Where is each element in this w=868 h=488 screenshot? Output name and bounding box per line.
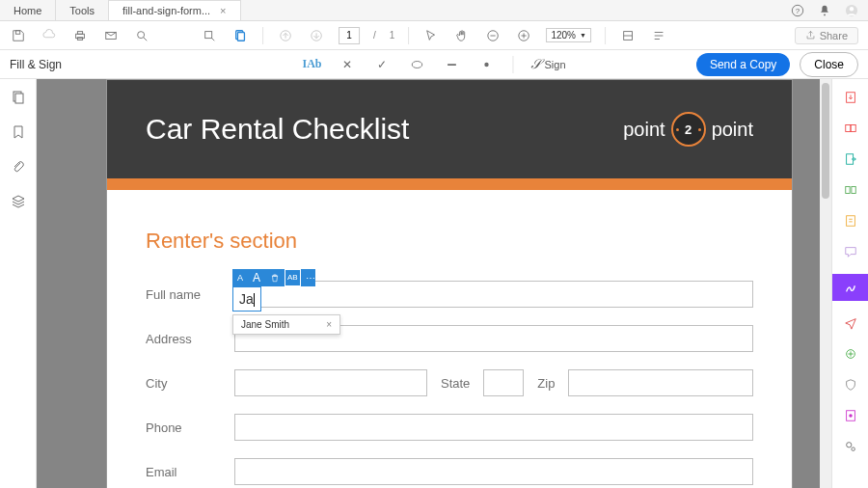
close-tab-icon[interactable]: × [220,5,226,16]
cloud-upload-icon[interactable] [41,27,58,44]
svg-rect-27 [845,187,849,194]
close-button[interactable]: Close [800,52,858,77]
print-icon[interactable] [71,27,89,44]
svg-rect-5 [15,30,19,34]
svg-rect-29 [846,216,854,227]
tab-home[interactable]: Home [0,0,56,20]
document-title: Car Rental Checklist [146,113,409,146]
reflow-icon[interactable] [650,27,667,44]
scrollbar-thumb[interactable] [822,83,829,199]
autocomplete-suggestion[interactable]: Jane Smith × [232,314,340,335]
edit-pdf-icon[interactable] [842,181,859,199]
field-city[interactable] [234,369,427,396]
zoom-in-icon[interactable] [515,27,532,44]
x-mark-icon[interactable]: ✕ [339,56,356,73]
document-viewer[interactable]: Car Rental Checklist point 2 point Rente… [37,79,831,488]
svg-rect-11 [205,31,212,38]
page-separator: / [373,30,376,41]
svg-point-2 [824,14,826,16]
fit-width-icon[interactable] [619,27,637,44]
attachment-icon[interactable] [10,158,27,176]
page-down-icon[interactable] [308,27,325,44]
combine-icon[interactable] [842,120,859,137]
page-number-input[interactable] [339,27,360,44]
protect-icon[interactable] [842,376,859,393]
field-state[interactable] [483,369,524,396]
thumbnails-icon[interactable] [10,89,27,106]
circle-icon[interactable] [408,56,425,73]
separator [605,27,606,44]
zoom-out-icon[interactable] [484,27,502,44]
svg-point-20 [484,62,488,66]
save-icon[interactable] [10,27,27,44]
page-up-icon[interactable] [277,27,294,44]
right-tools-rail [831,79,868,488]
bell-icon[interactable] [816,2,833,19]
delete-icon[interactable] [265,269,285,286]
document-header: Car Rental Checklist point 2 point [107,80,792,178]
sign-tool[interactable]: 𝒮Sign [530,57,565,72]
label-zip: Zip [537,376,555,391]
line-icon[interactable] [443,56,460,73]
text-size-small-icon[interactable]: A [232,269,248,286]
text-style-icon[interactable]: AB [285,269,301,286]
text-input-toolbar: A A AB ⋯ [232,269,315,286]
share-button[interactable]: Share [795,27,858,44]
label-phone: Phone [146,420,234,435]
bookmark-icon[interactable] [10,123,27,141]
checkmark-icon[interactable]: ✓ [373,56,391,73]
hand-icon[interactable] [453,27,471,44]
page-total: 1 [390,30,395,41]
row-city-state-zip: City State Zip [146,369,753,396]
svg-rect-24 [845,125,850,132]
dismiss-suggestion-icon[interactable]: × [326,319,332,330]
export-pdf-icon[interactable] [842,150,859,168]
label-state: State [441,376,470,391]
svg-rect-7 [77,31,82,34]
selection-arrow-icon[interactable] [201,27,218,44]
field-email[interactable] [234,458,753,485]
create-pdf-icon[interactable] [842,89,859,106]
svg-point-10 [138,31,145,38]
fill-sign-icon[interactable] [832,274,869,301]
organize-icon[interactable] [842,212,859,230]
send-for-signature-icon[interactable] [842,314,859,332]
svg-rect-22 [15,94,23,103]
more-tools-icon[interactable] [842,345,859,363]
settings-icon[interactable] [842,438,859,455]
field-zip[interactable] [568,369,753,396]
tab-document[interactable]: fill-and-sign-form... × [109,0,241,20]
send-copy-button[interactable]: Send a Copy [696,53,790,76]
accent-bar [107,178,792,190]
tab-tools[interactable]: Tools [56,0,109,20]
layers-icon[interactable] [10,193,27,210]
field-phone[interactable] [234,414,753,441]
svg-point-32 [849,414,853,418]
page-icon[interactable] [231,27,249,44]
separator [512,56,513,73]
zoom-dropdown[interactable]: 120%▼ [546,28,591,42]
more-icon[interactable]: ⋯ [301,269,320,286]
label-address: Address [146,332,234,346]
mail-icon[interactable] [102,27,120,44]
pointer-icon[interactable] [422,27,440,44]
document-page: Car Rental Checklist point 2 point Rente… [106,79,793,488]
text-tool-icon[interactable]: IAb [302,57,321,71]
row-phone: Phone [146,414,753,441]
logo-badge-icon: 2 [671,112,706,147]
text-size-large-icon[interactable]: A [248,269,265,286]
search-icon[interactable] [133,27,150,44]
account-icon[interactable] [843,2,860,19]
active-text-input[interactable]: Ja [232,286,261,312]
label-full-name: Full name [146,287,234,302]
label-email: Email [146,465,234,479]
main-toolbar: / 1 120%▼ Share [0,21,868,50]
comment-icon[interactable] [842,243,859,260]
scrollbar[interactable] [820,79,831,488]
help-icon[interactable]: ? [789,2,806,19]
svg-text:?: ? [796,7,800,15]
section-heading: Renter's section [146,229,753,254]
stamp-icon[interactable] [842,407,859,424]
dot-icon[interactable] [477,56,495,73]
separator [408,27,409,44]
